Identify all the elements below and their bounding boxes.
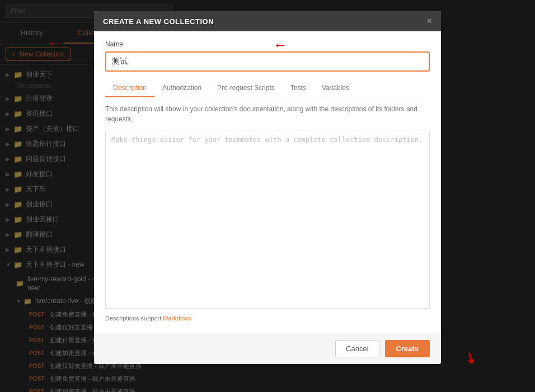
create-button[interactable]: Create	[385, 340, 430, 357]
markdown-link[interactable]: Markdown	[163, 315, 191, 322]
modal-tab-description[interactable]: Description	[105, 79, 154, 97]
modal-body: Name Description Authorization Pre-reque…	[94, 31, 441, 333]
description-textarea[interactable]	[105, 130, 430, 309]
modal-footer: Cancel Create	[94, 333, 441, 364]
modal-tabs: Description Authorization Pre-request Sc…	[105, 79, 430, 97]
cancel-button[interactable]: Cancel	[335, 340, 379, 357]
description-info-text: This description will show in your colle…	[105, 104, 430, 124]
collection-name-input[interactable]	[106, 53, 429, 70]
name-label: Name	[105, 40, 430, 48]
create-collection-modal: CREATE A NEW COLLECTION × Name Descripti…	[94, 11, 441, 364]
modal-close-button[interactable]: ×	[427, 17, 432, 26]
name-input-wrapper	[105, 51, 430, 72]
modal-title: CREATE A NEW COLLECTION	[103, 17, 214, 26]
modal-tab-pre-request-scripts[interactable]: Pre-request Scripts	[209, 79, 283, 97]
modal-tab-authorization[interactable]: Authorization	[154, 79, 209, 97]
markdown-note: Descriptions support Markdown	[105, 310, 430, 324]
modal-header: CREATE A NEW COLLECTION ×	[94, 11, 441, 31]
modal-tab-tests[interactable]: Tests	[283, 79, 314, 97]
modal-overlay: CREATE A NEW COLLECTION × Name Descripti…	[0, 0, 535, 392]
modal-tab-variables[interactable]: Variables	[314, 79, 357, 97]
